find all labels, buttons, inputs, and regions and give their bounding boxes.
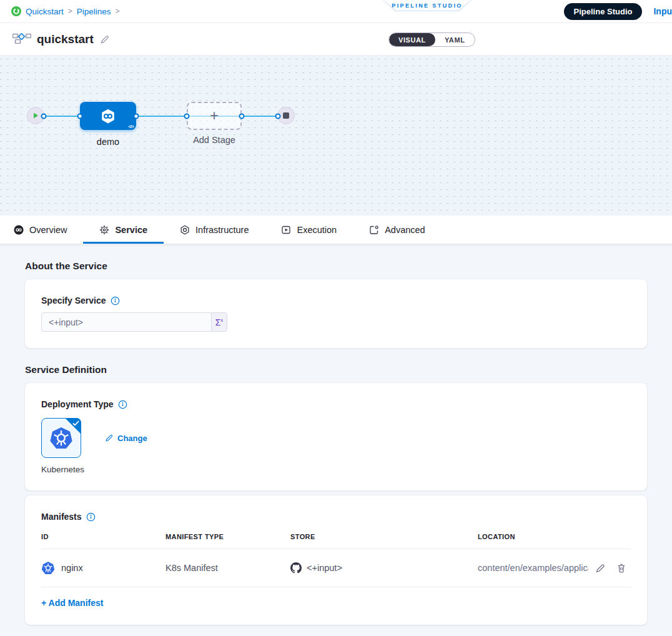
tab-infrastructure-label: Infrastructure — [195, 225, 249, 235]
edit-manifest-button[interactable] — [588, 562, 612, 575]
manifest-type-value: K8s Manifest — [166, 563, 290, 573]
top-bar: Quickstart > Pipelines > PIPELINE STUDIO… — [0, 0, 672, 23]
stage-node-demo[interactable]: </> — [80, 102, 136, 130]
stage-name-label: demo — [80, 137, 136, 147]
add-manifest-link[interactable]: + Add Manifest — [41, 598, 103, 608]
connector-dot[interactable] — [275, 114, 281, 119]
pipeline-canvas[interactable]: </> + demo Add Stage — [0, 56, 672, 216]
stage-tab-bar: Overview Service Infrastructure Executio… — [0, 216, 672, 244]
info-icon[interactable] — [111, 296, 120, 306]
execution-play-icon — [281, 225, 291, 235]
edit-pipeline-name-icon[interactable] — [100, 34, 110, 44]
stop-icon — [283, 112, 289, 119]
connector-dot[interactable] — [77, 114, 83, 119]
manifest-id-value: nginx — [61, 563, 83, 573]
tab-infrastructure[interactable]: Infrastructure — [164, 216, 265, 244]
service-definition-heading: Service Definition — [25, 364, 647, 375]
trash-icon — [616, 563, 626, 573]
pipeline-name-title: quickstart — [37, 32, 94, 46]
title-bar: quickstart VISUAL YAML — [0, 23, 672, 56]
overview-pipeline-icon — [14, 225, 24, 235]
about-service-heading: About the Service — [25, 261, 647, 272]
tab-execution-label: Execution — [297, 225, 337, 235]
plus-icon: + — [210, 108, 219, 123]
breadcrumb-separator: > — [68, 7, 72, 16]
service-tab-content: About the Service Specify Service Σx Ser… — [0, 244, 672, 636]
check-icon — [72, 420, 79, 426]
harness-logo-icon — [11, 6, 21, 16]
tab-overview[interactable]: Overview — [6, 216, 83, 244]
infrastructure-hexagon-icon — [180, 225, 190, 235]
kubernetes-deployment-tile[interactable] — [41, 418, 81, 458]
tab-overview-label: Overview — [29, 225, 67, 235]
yaml-toggle-button[interactable]: YAML — [435, 33, 475, 46]
info-icon[interactable] — [86, 512, 96, 522]
breadcrumb-separator: > — [116, 7, 120, 16]
deployment-type-label: Deployment Type — [41, 399, 114, 409]
pencil-icon — [105, 434, 114, 442]
pipeline-studio-button[interactable]: Pipeline Studio — [564, 3, 643, 20]
tab-service[interactable]: Service — [83, 216, 164, 244]
change-label: Change — [117, 434, 147, 443]
kubernetes-tile-caption: Kubernetes — [41, 465, 631, 474]
stage-code-icon: </> — [128, 124, 134, 129]
specify-service-card: Specify Service Σx — [25, 279, 647, 348]
column-manifest-type: MANIFEST TYPE — [166, 533, 290, 540]
manifest-location-value: content/en/examples/applicat — [478, 563, 588, 573]
connector-dot[interactable] — [134, 114, 139, 119]
connector-dot[interactable] — [239, 114, 245, 119]
breadcrumb-quickstart[interactable]: Quickstart — [26, 7, 64, 16]
visual-toggle-button[interactable]: VISUAL — [389, 33, 435, 46]
add-stage-button[interactable]: + — [187, 102, 242, 130]
pipeline-studio-ribbon-label: PIPELINE STUDIO — [392, 2, 463, 9]
column-store: STORE — [290, 533, 478, 540]
tab-execution[interactable]: Execution — [265, 216, 353, 244]
deploy-stage-hexagon-icon — [100, 108, 116, 124]
manifests-label: Manifests — [41, 512, 82, 522]
add-stage-label: Add Stage — [181, 135, 247, 145]
pipeline-studio-ribbon: PIPELINE STUDIO — [383, 0, 472, 11]
change-deployment-type-link[interactable]: Change — [105, 434, 147, 443]
manifest-table-row: nginx K8s Manifest <+input> content/en/e… — [41, 549, 631, 587]
specify-service-input[interactable] — [41, 312, 212, 332]
tab-service-label: Service — [115, 225, 147, 235]
manifest-table-header: ID MANIFEST TYPE STORE LOCATION — [41, 533, 631, 549]
deployment-type-card: Deployment Type Change Kubernetes — [25, 383, 647, 490]
breadcrumb: Quickstart > Pipelines > — [11, 6, 120, 16]
kubernetes-icon — [41, 561, 55, 575]
specify-service-label: Specify Service — [41, 296, 106, 306]
visual-yaml-toggle: VISUAL YAML — [388, 32, 475, 47]
gear-icon — [99, 225, 109, 235]
runtime-input-sigma-button[interactable]: Σx — [211, 312, 227, 332]
info-icon[interactable] — [118, 400, 127, 409]
tab-advanced[interactable]: Advanced — [353, 216, 442, 244]
github-icon — [290, 562, 302, 574]
delete-manifest-button[interactable] — [612, 562, 631, 574]
tab-advanced-label: Advanced — [385, 225, 425, 235]
pencil-icon — [595, 563, 606, 574]
input-sets-link[interactable]: Inpu — [653, 6, 672, 16]
kubernetes-icon — [49, 426, 73, 450]
breadcrumb-pipelines[interactable]: Pipelines — [77, 7, 111, 16]
manifest-store-value: <+input> — [307, 563, 342, 573]
column-id: ID — [41, 533, 166, 540]
advanced-icon — [369, 225, 379, 235]
connector-dot[interactable] — [184, 114, 190, 119]
column-location: LOCATION — [478, 533, 588, 540]
manifests-card: Manifests ID MANIFEST TYPE STORE LOCATIO… — [25, 495, 647, 625]
play-icon — [32, 112, 39, 119]
connector-dot[interactable] — [41, 114, 47, 119]
pipeline-diagram-icon — [12, 32, 31, 46]
